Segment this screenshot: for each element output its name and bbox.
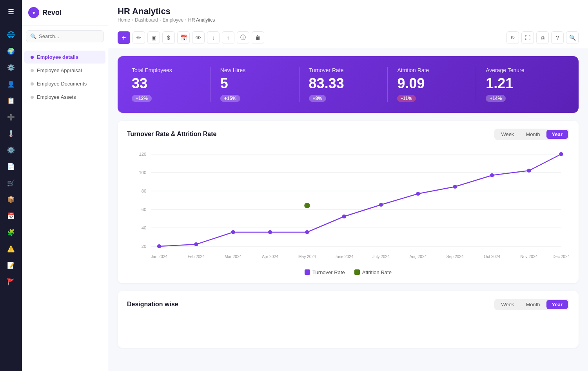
- designation-month-button[interactable]: Month: [520, 300, 545, 309]
- refresh-button[interactable]: ↻: [506, 31, 519, 44]
- legend-attrition: Attrition Rate: [354, 269, 392, 275]
- add-icon[interactable]: ➕: [4, 110, 18, 124]
- inactive-dot-2: [31, 82, 34, 85]
- year-button[interactable]: Year: [546, 130, 568, 139]
- inactive-dot-3: [31, 96, 34, 99]
- attrition-data-point: [304, 203, 310, 208]
- designation-week-button[interactable]: Week: [495, 300, 519, 309]
- info-button[interactable]: ⓘ: [237, 31, 249, 44]
- designation-year-button[interactable]: Year: [546, 300, 568, 309]
- sep1: ›: [132, 17, 133, 23]
- svg-text:Jan 2024: Jan 2024: [151, 255, 167, 259]
- data-point: [157, 244, 161, 248]
- stat-badge-3: -11%: [397, 95, 416, 102]
- notes-icon[interactable]: 📝: [4, 258, 18, 272]
- delete-button[interactable]: 🗑: [252, 31, 264, 44]
- legend-turnover: Turnover Rate: [305, 269, 345, 275]
- stats-bar: Total Employees 33 +12% New Hires 5 +15%…: [118, 56, 579, 113]
- search-icon: 🔍: [30, 33, 36, 39]
- data-point: [453, 185, 457, 189]
- breadcrumb: Home › Dashboard › Employee › HR Analyti…: [118, 17, 579, 23]
- print-button[interactable]: ⎙: [536, 31, 549, 44]
- designation-chart-card: Designation wise Week Month Year: [118, 291, 579, 348]
- download-button[interactable]: ↓: [207, 31, 220, 44]
- upload-button[interactable]: ↑: [222, 31, 234, 44]
- designation-chart-title: Designation wise: [127, 301, 178, 308]
- svg-text:80: 80: [142, 189, 147, 193]
- svg-text:100: 100: [139, 170, 146, 175]
- data-point: [268, 230, 272, 234]
- svg-text:Dec 2024: Dec 2024: [553, 255, 569, 259]
- stat-badge-1: +15%: [220, 95, 240, 102]
- money-button[interactable]: $: [162, 31, 175, 44]
- breadcrumb-employee[interactable]: Employee: [163, 17, 183, 23]
- svg-text:20: 20: [142, 244, 147, 249]
- stat-attrition-rate: Attrition Rate 9.09 -11%: [388, 67, 476, 102]
- stat-new-hires: New Hires 5 +15%: [211, 67, 299, 102]
- chart-svg-wrap: 120 100 80 60 40 20 Jan 2024 Feb 2024 Ma…: [127, 146, 569, 266]
- help-button[interactable]: ?: [551, 31, 564, 44]
- toolbar-right: ↻ ⛶ ⎙ ? 🔍: [506, 31, 579, 44]
- content: Total Employees 33 +12% New Hires 5 +15%…: [108, 48, 588, 364]
- image-button[interactable]: ▣: [147, 31, 160, 44]
- sidebar-item-employee-details[interactable]: Employee details: [24, 51, 105, 64]
- legend-dot-turnover: [305, 269, 310, 275]
- view-button[interactable]: 👁: [192, 31, 205, 44]
- sidebar-item-employee-assets[interactable]: Employee Assets: [24, 91, 105, 104]
- stat-badge-2: +8%: [309, 95, 326, 102]
- calendar-icon[interactable]: 📅: [4, 209, 18, 223]
- breadcrumb-dashboard[interactable]: Dashboard: [135, 17, 158, 23]
- breadcrumb-current: HR Analytics: [188, 17, 215, 23]
- sidebar-logo: ● Revol: [22, 0, 108, 25]
- thermometer-icon[interactable]: 🌡️: [4, 126, 18, 140]
- designation-chart-header: Designation wise Week Month Year: [127, 299, 569, 310]
- svg-text:Sep 2024: Sep 2024: [446, 255, 464, 259]
- legend-dot-attrition: [354, 269, 360, 275]
- chart-header: Turnover Rate & Attrition Rate Week Mont…: [127, 129, 569, 140]
- turnover-chart-svg: 120 100 80 60 40 20 Jan 2024 Feb 2024 Ma…: [127, 146, 569, 264]
- settings-icon[interactable]: ⚙️: [4, 60, 18, 75]
- gear2-icon[interactable]: ⚙️: [4, 143, 18, 157]
- svg-text:40: 40: [142, 226, 147, 230]
- data-point: [527, 169, 531, 173]
- world-icon[interactable]: 🌍: [4, 44, 18, 58]
- chart-legend: Turnover Rate Attrition Rate: [127, 269, 569, 275]
- document-icon[interactable]: 📄: [4, 159, 18, 173]
- list-icon[interactable]: 📋: [4, 93, 18, 107]
- designation-time-toggle: Week Month Year: [494, 299, 569, 310]
- cart-icon[interactable]: 🛒: [4, 176, 18, 190]
- search-input[interactable]: [39, 33, 100, 39]
- globe-icon[interactable]: 🌐: [4, 27, 18, 42]
- puzzle-icon[interactable]: 🧩: [4, 225, 18, 239]
- hamburger-icon[interactable]: ☰: [4, 5, 18, 19]
- month-button[interactable]: Month: [520, 130, 545, 139]
- sidebar-label-employee-appraisal: Employee Appraisal: [37, 67, 82, 73]
- search-box[interactable]: 🔍: [26, 30, 104, 42]
- flag-icon[interactable]: 🚩: [4, 275, 18, 289]
- stat-label-0: Total Employees: [132, 67, 201, 73]
- active-dot: [31, 56, 34, 59]
- warning-icon[interactable]: ⚠️: [4, 242, 18, 256]
- stat-value-1: 5: [220, 76, 290, 91]
- icon-bar: ☰ 🌐 🌍 ⚙️ 👤 📋 ➕ 🌡️ ⚙️ 📄 🛒 📦 📅 🧩 ⚠️ 📝 🚩: [0, 0, 22, 371]
- week-button[interactable]: Week: [495, 130, 519, 139]
- stat-value-2: 83.33: [309, 76, 378, 91]
- data-point: [559, 152, 563, 156]
- breadcrumb-home[interactable]: Home: [118, 17, 130, 23]
- legend-label-turnover: Turnover Rate: [312, 269, 345, 275]
- svg-text:120: 120: [139, 152, 146, 156]
- designation-chart-placeholder: [127, 316, 569, 340]
- search-toolbar-button[interactable]: 🔍: [566, 31, 579, 44]
- add-button[interactable]: +: [118, 31, 130, 44]
- package-icon[interactable]: 📦: [4, 192, 18, 206]
- edit-button[interactable]: ✏: [132, 31, 145, 44]
- sidebar-item-employee-documents[interactable]: Employee Documents: [24, 77, 105, 90]
- logo-icon: ●: [28, 7, 39, 18]
- topbar: HR Analytics Home › Dashboard › Employee…: [108, 0, 588, 48]
- fullscreen-button[interactable]: ⛶: [521, 31, 534, 44]
- turnover-chart-title: Turnover Rate & Attrition Rate: [127, 131, 216, 138]
- sidebar-item-employee-appraisal[interactable]: Employee Appraisal: [24, 64, 105, 77]
- svg-text:Oct 2024: Oct 2024: [484, 255, 500, 259]
- person-icon[interactable]: 👤: [4, 77, 18, 91]
- calendar-button[interactable]: 📅: [177, 31, 190, 44]
